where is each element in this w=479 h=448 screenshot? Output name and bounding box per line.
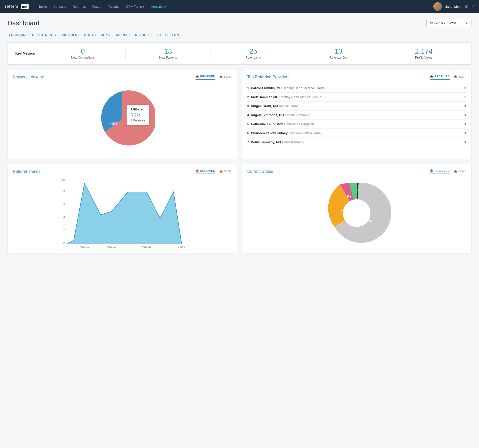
brand-logo[interactable]: referral md	[5, 4, 29, 9]
tab-sent[interactable]: 📤 SENT	[219, 170, 232, 174]
inbox-icon: 📥	[196, 75, 199, 78]
metric-label: Referrals Out	[299, 56, 378, 59]
tooltip-pct: 32%	[130, 112, 145, 119]
metric-label: New Patients	[128, 56, 208, 59]
donut-svg: 64% 16% 8% 8%	[322, 178, 392, 248]
filter-department[interactable]: DEPARTMENT ▾	[31, 32, 58, 38]
chevron-icon: ▾	[78, 34, 80, 36]
trends-svg: 0 2 4 6 8 10	[13, 178, 232, 248]
metrics-title: Key Metrics	[15, 51, 43, 55]
chevron-icon: ▾	[95, 34, 96, 36]
provider-count: 1	[461, 140, 466, 144]
nav-tasks[interactable]: Tasks	[36, 3, 49, 10]
metric-referrals-out: 13 Referrals Out	[299, 48, 378, 59]
top-referring-card: Top Referring Providers 📥 RECEIVED 📤 SEN…	[242, 70, 472, 159]
filter-clear-button[interactable]: Clear	[172, 33, 179, 37]
providers-list-scroll[interactable]: 1. Harold Franklin, MD Healthy Heart Med…	[247, 84, 466, 146]
chevron-icon: ▾	[109, 34, 110, 36]
metric-divider	[125, 48, 126, 59]
current-status-title: Current Status	[247, 169, 273, 174]
date-range-picker[interactable]: 5/5/2018 - 6/3/2018 ▾	[426, 19, 471, 27]
top-referring-title: Top Referring Providers	[247, 75, 290, 79]
network-leakage-tabs: 📥 RECEIVED 📤 SENT	[196, 75, 232, 80]
tab-received[interactable]: 📥 RECEIVED	[196, 75, 215, 80]
nav-faxes[interactable]: Faxes	[90, 3, 104, 10]
tooltip-title: Affiliated	[130, 107, 145, 111]
chevron-icon: ▾	[167, 34, 168, 36]
avatar[interactable]	[433, 2, 442, 11]
label-gray: 64%	[364, 218, 372, 223]
inbox-icon: 📥	[196, 169, 199, 173]
main-page: Dashboard 5/5/2018 - 6/3/2018 ▾ LOCATION…	[0, 13, 479, 264]
inbox-icon: 📥	[430, 169, 434, 173]
tab-sent[interactable]: 📤 SENT	[219, 75, 232, 79]
referral-trends-title: Referral Trends	[13, 169, 40, 174]
tab-sent[interactable]: 📤 SENT	[454, 75, 466, 79]
filter-city[interactable]: CITY ▾	[99, 32, 112, 38]
tab-received-label: RECEIVED	[435, 169, 450, 172]
tab-received[interactable]: 📥 RECEIVED	[196, 169, 215, 174]
list-item: 6. Charleen Yellow Kidney Charleen Yello…	[247, 129, 466, 138]
current-status-card: Current Status 📥 RECEIVED 📤 SENT	[242, 164, 472, 253]
inbox-icon: 📥	[430, 75, 434, 78]
metric-label: Profile Views	[384, 56, 464, 59]
metric-label: New Connections	[43, 56, 123, 59]
referral-trends-tabs: 📥 RECEIVED 📤 SENT	[196, 169, 232, 174]
help-icon[interactable]: ?	[472, 4, 474, 9]
referral-trends-chart: 0 2 4 6 8 10	[13, 178, 232, 248]
trend-area	[67, 183, 182, 244]
mail-icon[interactable]: ✉	[465, 4, 468, 9]
y-label-6: 6	[63, 203, 65, 206]
page-header: Dashboard 5/5/2018 - 6/3/2018 ▾	[8, 19, 471, 27]
nav-patients[interactable]: Patients	[105, 3, 122, 10]
send-icon: 📤	[454, 75, 457, 78]
provider-name: 5. Catherine Livingston Catherine Living…	[247, 122, 314, 126]
chevron-icon: ▾	[150, 34, 151, 36]
nav-consults[interactable]: Consults	[51, 3, 69, 10]
tab-received[interactable]: 📥 RECEIVED	[430, 169, 450, 174]
pie-label-unaffiliated: 68%	[110, 121, 119, 126]
y-label-4: 4	[63, 215, 65, 219]
tab-sent-label: SENT	[224, 170, 232, 173]
filter-location[interactable]: LOCATION ▾	[8, 32, 29, 38]
y-label-2: 2	[63, 228, 65, 232]
chevron-icon: ▾	[129, 34, 131, 36]
nav-crm-tools[interactable]: CRM Tools ▾	[124, 3, 147, 10]
page-title: Dashboard	[8, 19, 39, 27]
nav-links: Tasks Consults Referrals Faxes Patients …	[36, 3, 433, 10]
filter-state[interactable]: STATE ▾	[82, 32, 98, 38]
metric-divider	[381, 48, 381, 59]
chevron-icon: ▾	[55, 34, 56, 36]
filter-method[interactable]: METHOD ▾	[134, 32, 153, 38]
providers-list: 1. Harold Franklin, MD Healthy Heart Med…	[247, 84, 466, 146]
y-label-8: 8	[63, 190, 65, 193]
label-orange: 16%	[339, 209, 345, 213]
provider-count: 1	[461, 122, 466, 126]
provider-name: 1. Harold Franklin, MD Healthy Heart Med…	[247, 86, 325, 90]
nav-referrals[interactable]: Referrals	[70, 3, 88, 10]
y-label-10: 10	[62, 178, 65, 182]
label-green: 8%	[355, 188, 359, 192]
filter-payer[interactable]: PAYER ▾	[154, 32, 169, 38]
filter-provider[interactable]: PROVIDER ▾	[59, 32, 81, 38]
provider-name: 4. Angela Simmons, DO Angela Simmons	[247, 113, 309, 117]
provider-count: 1	[461, 131, 466, 135]
key-metrics-card: Key Metrics 0 New Connections 13 New Pat…	[8, 42, 471, 65]
date-range-value: 5/5/2018 - 6/3/2018	[430, 21, 458, 25]
tab-sent-label: SENT	[458, 75, 466, 78]
tab-sent[interactable]: 📤 SENT	[454, 170, 466, 174]
tab-received-label: RECEIVED	[200, 169, 215, 172]
current-status-header: Current Status 📥 RECEIVED 📤 SENT	[247, 169, 466, 174]
filter-source[interactable]: SOURCE ▾	[113, 32, 132, 38]
list-item: 1. Harold Franklin, MD Healthy Heart Med…	[247, 84, 466, 93]
tooltip-sub: 8 Referrals	[130, 119, 145, 122]
tab-sent-label: SENT	[458, 170, 466, 173]
metric-profile-views: 2,174 Profile Views	[384, 48, 464, 59]
metric-value: 0	[43, 48, 123, 55]
nav-analytics[interactable]: Analytics ▾	[149, 3, 169, 10]
user-name[interactable]: Janet Mom	[445, 5, 461, 9]
tab-received[interactable]: 📥 RECEIVED	[430, 75, 450, 80]
referral-trends-card: Referral Trends 📥 RECEIVED 📤 SENT 0	[8, 164, 237, 253]
provider-count: 2	[461, 95, 466, 99]
metric-referrals-in: 25 Referrals In	[213, 48, 293, 59]
